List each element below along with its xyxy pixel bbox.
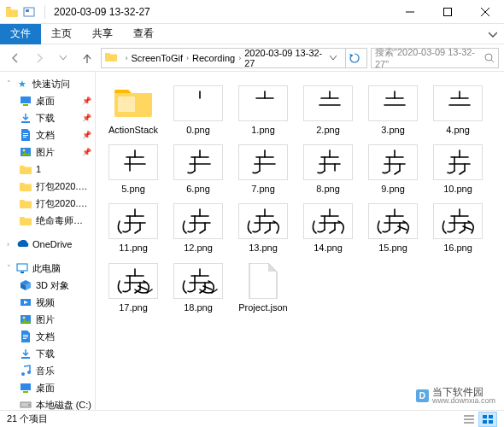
tab-home[interactable]: 主页 — [41, 24, 82, 44]
search-input[interactable]: 搜索"2020-03-09 13-32-27" — [371, 48, 499, 68]
image-file-item[interactable]: 1.png — [232, 82, 294, 139]
sidebar-pc-item[interactable]: 下载 — [0, 345, 95, 362]
sidebar-pc-item[interactable]: 音乐 — [0, 362, 95, 379]
sidebar-label: 快速访问 — [32, 78, 70, 91]
image-file-item[interactable]: 14.png — [297, 200, 359, 257]
chevron-right-icon[interactable]: › — [238, 54, 241, 62]
nav-history-button[interactable] — [53, 48, 73, 68]
svg-rect-8 — [21, 97, 31, 103]
sidebar-this-pc[interactable]: ˅ 此电脑 — [0, 260, 95, 277]
image-file-item[interactable]: 18.png — [167, 260, 229, 317]
folder-icon — [19, 162, 32, 176]
tab-share[interactable]: 共享 — [82, 24, 123, 44]
file-list-pane[interactable]: ActionStack0.png1.png2.png3.png4.png5.pn… — [96, 72, 504, 410]
image-file-item[interactable]: 9.png — [362, 141, 424, 198]
sidebar-pc-item[interactable]: 3D 对象 — [0, 277, 95, 294]
folder-icon — [19, 196, 32, 210]
image-file-item[interactable]: 11.png — [103, 200, 164, 257]
image-file-item[interactable]: 0.png — [167, 82, 229, 139]
image-thumbnail — [433, 144, 483, 180]
tab-view[interactable]: 查看 — [123, 24, 164, 44]
svg-point-6 — [485, 54, 492, 61]
image-file-item[interactable]: 3.png — [362, 82, 424, 139]
nav-forward-button[interactable] — [29, 48, 50, 68]
image-file-item[interactable]: 15.png — [362, 200, 424, 257]
view-details-button[interactable] — [460, 412, 478, 427]
watermark: D 当下软件园 www.downxia.com — [416, 387, 495, 405]
file-label: 6.png — [186, 184, 210, 195]
navigation-pane: ˅ ★ 快速访问 桌面📌下载📌文档📌图片📌1打包2020.02.21.01打包2… — [0, 72, 96, 410]
sidebar-pc-item[interactable]: 桌面 — [0, 379, 95, 396]
folder-icon — [105, 51, 118, 65]
image-thumbnail — [433, 85, 483, 121]
image-file-item[interactable]: 13.png — [232, 200, 294, 257]
qat-properties-icon[interactable] — [22, 5, 36, 19]
folder-item[interactable]: ActionStack — [103, 82, 164, 139]
image-file-item[interactable]: 17.png — [103, 260, 164, 317]
breadcrumb-dropdown-button[interactable] — [330, 56, 344, 61]
sidebar-pc-item[interactable]: 本地磁盘 (C:) — [0, 396, 95, 410]
ribbon-expand-button[interactable] — [482, 30, 504, 38]
image-file-item[interactable]: 4.png — [427, 82, 489, 139]
image-file-item[interactable]: 7.png — [232, 141, 294, 198]
sidebar-qa-item[interactable]: 文档📌 — [0, 126, 95, 143]
refresh-button[interactable] — [345, 49, 363, 67]
nav-back-button[interactable] — [5, 48, 26, 68]
svg-point-20 — [27, 371, 31, 374]
file-label: 8.png — [316, 184, 340, 195]
image-thumbnail — [173, 263, 223, 299]
sidebar-qa-item[interactable]: 1 — [0, 161, 95, 178]
chevron-right-icon[interactable]: › — [186, 54, 189, 62]
sidebar-item-label: 视频 — [36, 296, 55, 309]
sidebar-qa-item[interactable]: 打包2020.02.21.01 — [0, 178, 95, 195]
sidebar-onedrive[interactable]: › OneDrive — [0, 236, 95, 253]
image-thumbnail — [303, 85, 353, 121]
sidebar-qa-item[interactable]: 桌面📌 — [0, 92, 95, 109]
file-label: 18.png — [184, 302, 213, 313]
image-file-item[interactable]: 5.png — [103, 141, 164, 198]
document-icon — [19, 330, 32, 343]
sidebar-pc-item[interactable]: 文档 — [0, 328, 95, 345]
breadcrumb[interactable]: › ScreenToGif › Recording › 2020-03-09 1… — [101, 48, 367, 68]
minimize-button[interactable] — [391, 0, 429, 24]
image-file-item[interactable]: 8.png — [297, 141, 359, 198]
pin-icon: 📌 — [82, 97, 91, 105]
image-file-item[interactable]: 10.png — [427, 141, 489, 198]
sidebar-qa-item[interactable]: 绝命毒师第5季 — [0, 212, 95, 229]
watermark-url: www.downxia.com — [432, 397, 495, 405]
nav-up-button[interactable] — [77, 48, 97, 68]
image-thumbnail — [368, 85, 418, 121]
breadcrumb-segment[interactable]: 2020-03-09 13-32-27 — [244, 48, 330, 68]
json-file-item[interactable]: Project.json — [232, 260, 294, 317]
sidebar-pc-item[interactable]: 图片 — [0, 311, 95, 328]
svg-rect-39 — [489, 420, 493, 424]
breadcrumb-segment[interactable]: Recording — [192, 53, 235, 63]
image-file-item[interactable]: 12.png — [167, 200, 229, 257]
image-file-item[interactable]: 2.png — [297, 82, 359, 139]
image-file-item[interactable]: 6.png — [167, 141, 229, 198]
file-label: 12.png — [184, 243, 213, 254]
image-file-item[interactable]: 16.png — [427, 200, 489, 257]
close-button[interactable] — [466, 0, 504, 24]
sidebar-item-label: 1 — [36, 164, 91, 174]
sidebar-qa-item[interactable]: 下载📌 — [0, 109, 95, 126]
window-titlebar: 2020-03-09 13-32-27 — [0, 0, 504, 24]
music-icon — [19, 364, 32, 377]
sidebar-qa-item[interactable]: 打包2020.02.21.02 — [0, 195, 95, 212]
address-bar: › ScreenToGif › Recording › 2020-03-09 1… — [0, 44, 504, 72]
sidebar-pc-item[interactable]: 视频 — [0, 294, 95, 311]
file-label: 3.png — [381, 125, 405, 136]
sidebar-qa-item[interactable]: 图片📌 — [0, 143, 95, 161]
breadcrumb-segment[interactable]: ScreenToGif — [131, 53, 183, 63]
document-icon — [19, 128, 32, 142]
view-thumbnails-button[interactable] — [478, 412, 497, 427]
3d-icon — [19, 278, 32, 292]
tab-file[interactable]: 文件 — [0, 24, 41, 44]
sidebar-item-label: 本地磁盘 (C:) — [36, 399, 91, 411]
sidebar-quick-access[interactable]: ˅ ★ 快速访问 — [0, 75, 95, 92]
chevron-right-icon[interactable]: › — [125, 54, 127, 62]
video-icon — [19, 295, 32, 309]
svg-rect-22 — [23, 391, 28, 393]
svg-rect-36 — [483, 415, 487, 418]
maximize-button[interactable] — [429, 0, 466, 24]
